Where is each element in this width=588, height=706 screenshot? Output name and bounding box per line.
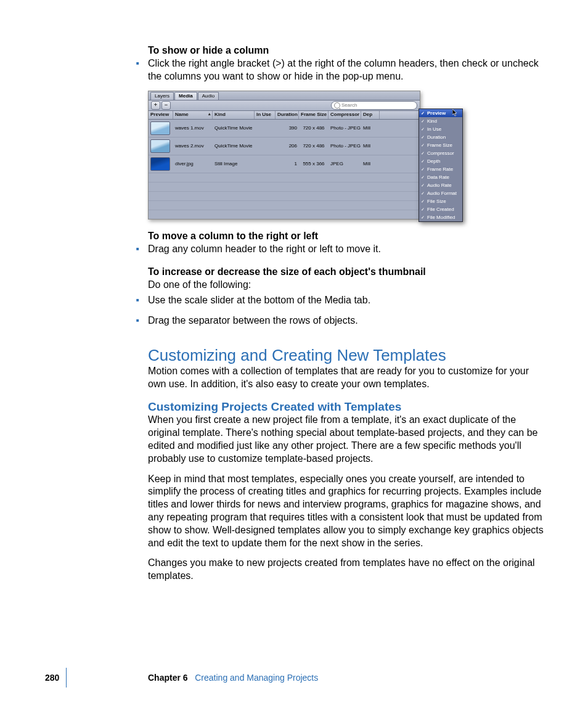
chapter-number: Chapter 6 (148, 673, 188, 683)
cell-comp: Photo - JPEG (329, 143, 361, 149)
check-icon: ✓ (421, 134, 425, 141)
menu-item-compressor[interactable]: ✓Compressor (419, 149, 462, 157)
check-icon: ✓ (421, 206, 425, 213)
do-one-of: Do one of the following: (148, 279, 545, 292)
col-preview[interactable]: Preview (149, 111, 173, 119)
cell-duration: 206 (276, 143, 299, 149)
menu-item-depth[interactable]: ✓Depth (419, 157, 462, 165)
para-customizing-b: Keep in mind that most templates, especi… (148, 473, 545, 550)
table-row[interactable]: waves 2.mov QuickTime Movie 206 720 x 48… (149, 138, 420, 155)
tab-media[interactable]: Media (174, 92, 197, 100)
bullet-move-text: Drag any column header to the right or l… (148, 243, 545, 256)
cell-comp: Photo - JPEG (329, 125, 361, 131)
cell-duration: 390 (276, 125, 299, 131)
empty-row (149, 201, 420, 210)
subhead-move-column: To move a column to the right or left (148, 231, 545, 242)
menu-item-frame-rate[interactable]: ✓Frame Rate (419, 165, 462, 173)
section-intro: Motion comes with a collection of templa… (148, 365, 545, 391)
check-icon: ✓ (421, 110, 425, 117)
media-panel-figure: Layers Media Audio + − Search Preview Na… (148, 91, 462, 220)
check-icon: ✓ (421, 182, 425, 189)
empty-row (149, 173, 420, 183)
remove-button[interactable]: − (161, 101, 171, 110)
col-depth[interactable]: Dep (361, 111, 380, 119)
media-rows: waves 1.mov QuickTime Movie 390 720 x 48… (149, 120, 420, 219)
col-kind[interactable]: Kind (213, 111, 255, 119)
col-compressor[interactable]: Compressor (329, 111, 361, 119)
check-icon: ✓ (421, 190, 425, 197)
panel-toolbar: + − Search (149, 101, 420, 111)
tab-layers[interactable]: Layers (150, 92, 174, 100)
menu-item-audio-format[interactable]: ✓Audio Format (419, 189, 462, 197)
col-frame-size[interactable]: Frame Size (299, 111, 329, 119)
column-menu[interactable]: ✓Preview ✓Kind ✓In Use ✓Duration ✓Frame … (419, 109, 463, 222)
menu-item-frame-size[interactable]: ✓Frame Size (419, 141, 462, 149)
check-icon: ✓ (421, 118, 425, 125)
bullet-slider-text: Use the scale slider at the bottom of th… (148, 294, 545, 307)
page-number: 280 (45, 673, 59, 683)
cell-frame: 720 x 486 (299, 125, 329, 131)
tab-audio[interactable]: Audio (198, 92, 219, 100)
menu-item-file-created[interactable]: ✓File Created (419, 205, 462, 213)
panel-tabs: Layers Media Audio (149, 91, 420, 101)
media-panel: Layers Media Audio + − Search Preview Na… (148, 91, 420, 220)
check-icon: ✓ (421, 166, 425, 173)
menu-item-kind[interactable]: ✓Kind (419, 117, 462, 125)
menu-item-file-size[interactable]: ✓File Size (419, 197, 462, 205)
menu-item-in-use[interactable]: ✓In Use (419, 125, 462, 133)
section-heading-templates: Customizing and Creating New Templates (148, 346, 545, 365)
empty-row (149, 183, 420, 192)
check-icon: ✓ (421, 214, 425, 221)
cell-duration: 1 (276, 161, 299, 166)
empty-row (149, 210, 420, 219)
subhead-show-hide: To show or hide a column (148, 45, 545, 56)
search-field[interactable]: Search (331, 101, 417, 110)
empty-row (149, 192, 420, 201)
check-icon: ✓ (421, 142, 425, 149)
cell-frame: 555 x 366 (299, 161, 329, 166)
thumbnail (150, 121, 170, 135)
cell-dep: Mill (361, 143, 380, 149)
cell-dep: Mill (361, 161, 380, 166)
chapter-label: Chapter 6 Creating and Managing Projects (148, 673, 318, 683)
menu-item-data-rate[interactable]: ✓Data Rate (419, 173, 462, 181)
cell-name: diver.jpg (173, 161, 213, 166)
menu-item-file-modified[interactable]: ✓File Modified (419, 213, 462, 221)
column-headers[interactable]: Preview Name Kind In Use Duration Frame … (149, 111, 420, 120)
bullet-show-hide: Click the right angle bracket (>) at the… (140, 57, 545, 83)
menu-item-audio-rate[interactable]: ✓Audio Rate (419, 181, 462, 189)
check-icon: ✓ (421, 150, 425, 157)
para-customizing-a: When you first create a new project file… (148, 414, 545, 465)
col-duration[interactable]: Duration (276, 111, 299, 119)
col-in-use[interactable]: In Use (255, 111, 276, 119)
search-icon (334, 102, 340, 109)
table-row[interactable]: waves 1.mov QuickTime Movie 390 720 x 48… (149, 120, 420, 138)
subhead-thumb-size: To increase or decrease the size of each… (148, 266, 545, 277)
cell-frame: 720 x 486 (299, 143, 329, 149)
cell-dep: Mill (361, 125, 380, 131)
cursor-icon (452, 109, 459, 117)
para-customizing-c: Changes you make to new projects created… (148, 557, 545, 583)
check-icon: ✓ (421, 126, 425, 133)
chapter-title: Creating and Managing Projects (195, 673, 318, 683)
bullet-slider: Use the scale slider at the bottom of th… (140, 294, 545, 307)
search-placeholder: Search (341, 102, 357, 108)
bullet-separator: Drag the separator between the rows of o… (140, 314, 545, 327)
col-name[interactable]: Name (173, 111, 213, 119)
thumbnail (150, 139, 170, 153)
add-button[interactable]: + (151, 101, 160, 110)
cell-name: waves 1.mov (173, 125, 213, 131)
bullet-move: Drag any column header to the right or l… (140, 243, 545, 256)
cell-comp: JPEG (329, 161, 361, 166)
cell-name: waves 2.mov (173, 143, 213, 149)
check-icon: ✓ (421, 158, 425, 165)
table-row[interactable]: diver.jpg Still Image 1 555 x 366 JPEG M… (149, 155, 420, 173)
check-icon: ✓ (421, 198, 425, 205)
cell-kind: Still Image (213, 161, 255, 166)
bullet-separator-text: Drag the separator between the rows of o… (148, 314, 545, 327)
subsection-heading-customizing: Customizing Projects Created with Templa… (148, 400, 545, 414)
cell-kind: QuickTime Movie (213, 143, 255, 149)
menu-item-duration[interactable]: ✓Duration (419, 133, 462, 141)
thumbnail (150, 157, 170, 171)
bullet-show-hide-text: Click the right angle bracket (>) at the… (148, 57, 545, 83)
